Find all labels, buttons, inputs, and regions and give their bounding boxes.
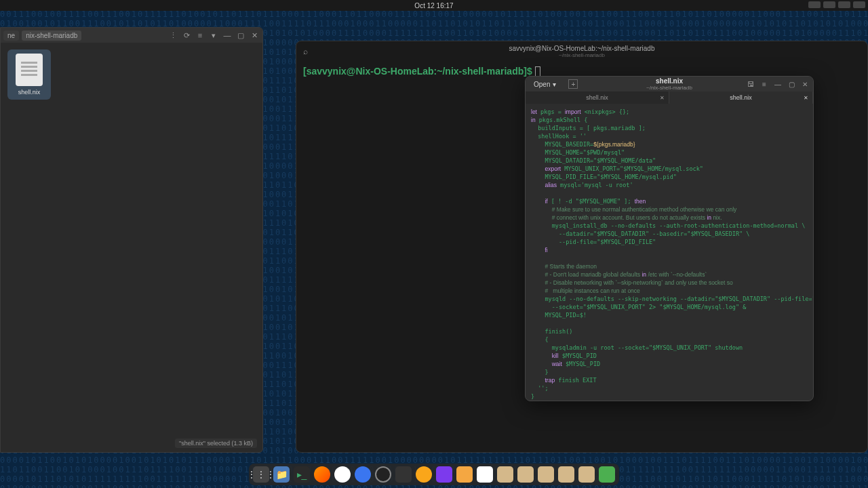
workspace-3-icon[interactable]: [538, 466, 554, 483]
signal-icon[interactable]: [355, 466, 371, 483]
view-list-icon[interactable]: ≡: [195, 30, 205, 41]
editor-subtitle: ~/nix-shell-mariadb: [646, 85, 692, 91]
file-item-shell-nix[interactable]: shell.nix: [7, 49, 51, 100]
breadcrumb-parent[interactable]: ne: [3, 30, 19, 41]
screenshot-icon[interactable]: [395, 466, 412, 483]
terminal-titlebar: ⌕ savvynix@Nix-OS-HomeLab:~/nix-shell-ma…: [296, 41, 867, 62]
minimize-icon[interactable]: —: [222, 30, 233, 41]
close-icon[interactable]: ✕: [800, 79, 810, 89]
open-button[interactable]: Open ▾: [530, 79, 560, 89]
search-icon[interactable]: ⌕: [303, 47, 313, 56]
tray-item[interactable]: [853, 1, 865, 8]
workspace-1-icon[interactable]: [497, 466, 513, 483]
tab-shell-nix[interactable]: shell.nix✕: [526, 92, 669, 104]
tray-item[interactable]: [838, 1, 850, 8]
save-icon[interactable]: 🖫: [745, 79, 756, 89]
apps-grid-icon[interactable]: ⋮⋮⋮: [253, 466, 269, 483]
tray-item[interactable]: [823, 1, 835, 8]
editor-body[interactable]: let pkgs = import <nixpkgs> {}; in pkgs.…: [526, 104, 813, 401]
top-panel: Oct 12 16:17: [0, 0, 868, 11]
file-label: shell.nix: [18, 89, 41, 96]
editor-tabs: shell.nix✕ shell.nix✕: [526, 92, 813, 104]
clock[interactable]: Oct 12 16:17: [414, 2, 453, 9]
files-icon[interactable]: 📁: [273, 466, 290, 483]
workspace-4-icon[interactable]: [558, 466, 574, 483]
system-tray[interactable]: [808, 1, 865, 8]
maximize-icon[interactable]: ▢: [786, 79, 797, 89]
chromium-icon[interactable]: [334, 466, 351, 483]
workspace-5-icon[interactable]: [578, 466, 595, 483]
file-manager-header: ne nix-shell-mariadb ⋮ ⟳ ≡ ▾ — ▢ ✕: [1, 28, 262, 43]
tab-close-icon[interactable]: ✕: [804, 95, 808, 101]
terminal-icon[interactable]: ▸_: [294, 466, 310, 483]
minimize-icon[interactable]: —: [772, 79, 783, 89]
tab-close-icon[interactable]: ✕: [660, 95, 665, 101]
text-file-icon: [16, 54, 43, 86]
dock: ⋮⋮⋮ 📁 ▸_: [249, 464, 619, 485]
terminal-title: savvynix@Nix-OS-HomeLab:~/nix-shell-mari…: [509, 45, 655, 52]
hamburger-icon[interactable]: ≡: [759, 79, 770, 89]
maximize-icon[interactable]: ▢: [235, 30, 246, 41]
tab-shell-nix-active[interactable]: shell.nix✕: [669, 92, 813, 104]
pop-icon[interactable]: [416, 466, 432, 483]
new-tab-button[interactable]: +: [568, 79, 578, 89]
status-bar: "shell.nix" selected (1.3 kB): [175, 439, 257, 448]
drawing-icon[interactable]: [456, 466, 473, 483]
firefox-icon[interactable]: [314, 466, 330, 483]
terminal-prompt: [savvynix@Nix-OS-HomeLab:~/nix-shell-mar…: [303, 66, 532, 77]
tray-item[interactable]: [808, 1, 821, 8]
notes-icon[interactable]: [477, 466, 493, 483]
file-manager-body[interactable]: shell.nix "shell.nix" selected (1.3 kB): [1, 43, 262, 452]
obsidian-icon[interactable]: [436, 466, 452, 483]
editor-header: Open ▾ + shell.nix ~/nix-shell-mariadb 🖫…: [526, 77, 813, 92]
refresh-icon[interactable]: ⟳: [181, 30, 192, 41]
terminal-subtitle: ~/nix-shell-mariadb: [559, 52, 605, 58]
obs-icon[interactable]: [375, 466, 391, 483]
breadcrumb[interactable]: ne nix-shell-mariadb: [3, 30, 162, 41]
editor-title: shell.nix: [646, 77, 692, 85]
home-icon[interactable]: [599, 466, 615, 483]
menu-icon[interactable]: ⋮: [167, 30, 178, 41]
workspace-2-icon[interactable]: [517, 466, 534, 483]
text-editor-window[interactable]: Open ▾ + shell.nix ~/nix-shell-mariadb 🖫…: [525, 76, 814, 401]
close-icon[interactable]: ✕: [249, 30, 260, 41]
breadcrumb-current[interactable]: nix-shell-mariadb: [22, 30, 81, 41]
chevron-down-icon[interactable]: ▾: [208, 30, 219, 41]
file-manager-window[interactable]: ne nix-shell-mariadb ⋮ ⟳ ≡ ▾ — ▢ ✕ shell…: [0, 27, 263, 453]
